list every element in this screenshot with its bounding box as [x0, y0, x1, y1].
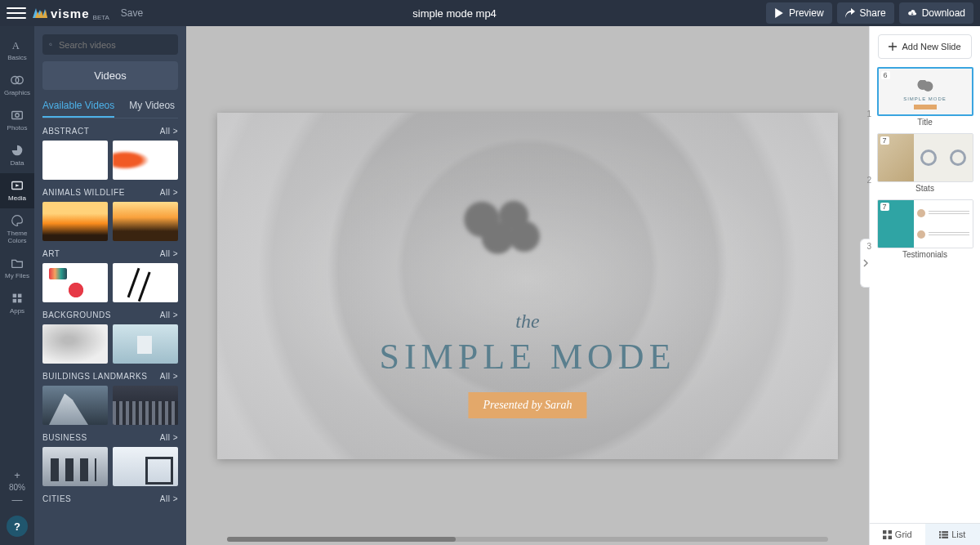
slide-thumbnail-3[interactable]: 3 7 Testimonials [877, 199, 973, 259]
category-label: BUSINESS [42, 433, 87, 442]
video-thumb[interactable] [42, 447, 108, 486]
data-icon [10, 143, 24, 158]
category-all-link[interactable]: All > [160, 188, 178, 197]
category-all-link[interactable]: All > [160, 249, 178, 258]
tab-available-videos[interactable]: Available Videos [42, 100, 114, 118]
svg-rect-16 [939, 531, 941, 533]
canvas-area[interactable]: the SIMPLE MODE Presented by Sarah [186, 26, 869, 545]
slide-frame[interactable]: 6 SIMPLE MODE [877, 67, 973, 116]
category-all-link[interactable]: All > [160, 494, 178, 503]
rail-data-label: Data [11, 159, 24, 167]
rail-apps[interactable]: Apps [0, 286, 34, 321]
video-thumb[interactable] [42, 141, 108, 180]
add-slide-button[interactable]: Add New Slide [878, 34, 972, 59]
svg-text:A: A [12, 40, 20, 51]
video-thumb[interactable] [113, 324, 178, 364]
svg-rect-14 [883, 535, 886, 538]
video-thumb[interactable] [113, 202, 178, 241]
video-thumb[interactable] [113, 141, 178, 180]
rail-theme-label: Theme Colors [7, 230, 28, 244]
slide-number: 1 [867, 109, 872, 118]
rail-basics[interactable]: ABasics [0, 33, 34, 68]
save-link[interactable]: Save [121, 7, 143, 19]
download-button[interactable]: Download [899, 2, 973, 24]
slide-title: SIMPLE MODE [379, 336, 675, 377]
category-animals: ANIMALS WILDLIFEAll > [42, 186, 178, 241]
svg-rect-8 [13, 299, 17, 303]
ripple-graphic [450, 194, 556, 267]
search-field[interactable] [42, 34, 178, 55]
grid-icon [883, 530, 892, 539]
palette-icon [10, 213, 24, 228]
grid-view-button[interactable]: Grid [870, 524, 925, 545]
rail-theme-colors[interactable]: Theme Colors [0, 208, 34, 251]
svg-rect-21 [942, 536, 948, 538]
slide-badge: 7 [880, 203, 889, 211]
graphics-icon [10, 73, 24, 87]
video-thumb[interactable] [42, 263, 108, 302]
logo-text: visme [51, 7, 90, 20]
menu-icon[interactable] [7, 7, 26, 19]
videos-button[interactable]: Videos [42, 61, 178, 90]
preview-button[interactable]: Preview [766, 2, 832, 24]
share-label: Share [860, 7, 886, 19]
zoom-out-button[interactable]: — [11, 494, 22, 506]
category-all-link[interactable]: All > [160, 433, 178, 442]
search-input[interactable] [59, 40, 172, 50]
list-view-button[interactable]: List [925, 524, 981, 545]
slide-thumbnail-1[interactable]: 1 6 SIMPLE MODE Title [877, 67, 973, 127]
video-thumb[interactable] [113, 386, 178, 425]
list-label: List [951, 529, 965, 539]
video-thumb[interactable] [113, 447, 178, 486]
slide-thumbnail-2[interactable]: 2 7 Stats [877, 133, 973, 193]
svg-rect-19 [942, 534, 948, 535]
video-thumb[interactable] [42, 386, 108, 425]
category-all-link[interactable]: All > [160, 372, 178, 381]
rail-my-files[interactable]: My Files [0, 251, 34, 286]
video-thumb[interactable] [42, 202, 108, 241]
video-thumb[interactable] [42, 324, 108, 364]
svg-line-11 [51, 45, 52, 46]
logo-beta: BETA [93, 14, 109, 21]
category-art: ARTAll > [42, 248, 178, 302]
svg-rect-3 [12, 112, 23, 119]
rail-data[interactable]: Data [0, 138, 34, 173]
scrollbar-thumb[interactable] [227, 537, 456, 542]
zoom-level: 80% [9, 483, 25, 492]
mini-bar [914, 105, 937, 109]
photos-icon [10, 108, 24, 123]
category-buildings: BUILDINGS LANDMARKSAll > [42, 370, 178, 425]
help-button[interactable]: ? [7, 516, 28, 537]
slide-frame[interactable]: 7 [877, 199, 973, 248]
category-label: ANIMALS WILDLIFE [42, 188, 125, 197]
rail-basics-label: Basics [7, 54, 27, 61]
tab-my-videos[interactable]: My Videos [129, 100, 175, 118]
rail-graphics-label: Graphics [4, 89, 30, 96]
basics-icon: A [10, 38, 24, 52]
share-button[interactable]: Share [837, 2, 894, 24]
category-backgrounds: BACKGROUNDSAll > [42, 309, 178, 364]
slide-frame[interactable]: 7 [877, 133, 973, 182]
horizontal-scrollbar[interactable] [227, 537, 828, 542]
presenter-badge: Presented by Sarah [468, 392, 586, 418]
app-root: visme BETA Save simple mode mp4 Preview … [0, 0, 980, 545]
category-all-link[interactable]: All > [160, 310, 178, 319]
play-icon [774, 8, 784, 18]
rail-photos[interactable]: Photos [0, 103, 34, 138]
header-actions: Preview Share Download [766, 2, 973, 24]
category-label: ART [42, 249, 60, 258]
rail-media[interactable]: Media [0, 173, 34, 208]
category-all-link[interactable]: All > [160, 127, 178, 136]
zoom-in-button[interactable]: + [14, 469, 20, 481]
video-thumb[interactable] [113, 263, 178, 302]
download-label: Download [922, 7, 965, 19]
svg-rect-6 [13, 294, 17, 298]
search-icon [49, 39, 52, 50]
rail-files-label: My Files [5, 272, 29, 279]
category-label: CITIES [42, 494, 71, 503]
slide-badge: 6 [881, 71, 890, 79]
slide-canvas[interactable]: the SIMPLE MODE Presented by Sarah [217, 113, 838, 459]
document-title: simple mode mp4 [143, 7, 766, 20]
rail-graphics[interactable]: Graphics [0, 68, 34, 103]
category-label: BUILDINGS LANDMARKS [42, 372, 147, 381]
